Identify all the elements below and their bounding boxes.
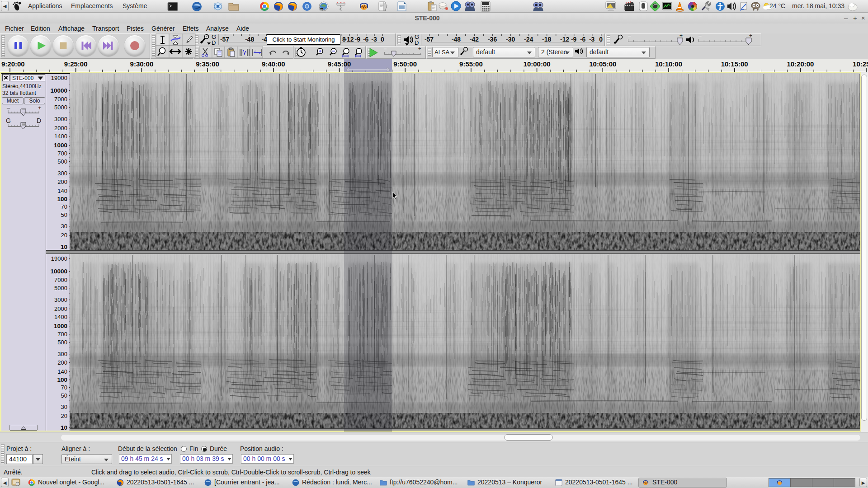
svg-text:9:45:00: 9:45:00: [328, 60, 351, 68]
svg-text:Pro: Pro: [320, 9, 324, 11]
svg-text:10000: 10000: [50, 268, 67, 275]
svg-text:10:00:00: 10:00:00: [524, 60, 551, 68]
svg-text:G: G: [6, 117, 11, 124]
svg-text:10:10:00: 10:10:00: [655, 60, 682, 68]
svg-text:0: 0: [381, 36, 384, 43]
svg-text:200: 200: [57, 359, 67, 366]
svg-text:-36: -36: [488, 36, 497, 43]
svg-text:70: 70: [61, 203, 67, 210]
svg-text:D: D: [212, 39, 216, 46]
svg-text:–: –: [384, 46, 387, 51]
svg-text:-57: -57: [425, 36, 434, 43]
svg-text:9:55:00: 9:55:00: [459, 60, 483, 68]
svg-text:70: 70: [61, 384, 67, 391]
svg-text:-30: -30: [506, 36, 515, 43]
svg-text:19000: 19000: [51, 255, 67, 262]
svg-text:D: D: [37, 117, 41, 124]
svg-text:1000: 1000: [54, 142, 67, 149]
svg-text:3000: 3000: [54, 116, 67, 122]
svg-text:–: –: [7, 105, 10, 111]
svg-text:+: +: [418, 46, 421, 51]
svg-text:7000: 7000: [54, 277, 67, 283]
svg-text:700: 700: [57, 150, 67, 157]
svg-text:500: 500: [57, 158, 67, 165]
svg-text:100: 100: [57, 376, 67, 383]
svg-text:140: 140: [57, 368, 67, 375]
svg-text:-6: -6: [363, 36, 369, 43]
svg-text:2000: 2000: [54, 125, 67, 131]
svg-text:-12: -12: [560, 36, 569, 43]
svg-text:1000: 1000: [54, 323, 67, 329]
svg-text:-3: -3: [589, 36, 595, 43]
svg-text:30: 30: [61, 404, 67, 410]
svg-text:-9: -9: [571, 36, 577, 43]
svg-text:140: 140: [57, 188, 67, 194]
svg-text:10:15:00: 10:15:00: [721, 60, 748, 68]
svg-text:10: 10: [61, 244, 67, 250]
svg-text:300: 300: [57, 170, 67, 177]
svg-text:-42: -42: [470, 36, 479, 43]
svg-text:50: 50: [61, 392, 67, 399]
svg-text:300: 300: [57, 351, 67, 357]
svg-text:19000: 19000: [51, 75, 67, 81]
svg-text:500: 500: [57, 339, 67, 346]
svg-text:10:05:00: 10:05:00: [589, 60, 616, 68]
svg-text:1400: 1400: [54, 314, 67, 320]
svg-text:9:35:00: 9:35:00: [196, 60, 219, 68]
svg-text:200: 200: [57, 178, 67, 185]
svg-text:20: 20: [61, 232, 67, 239]
svg-text:10: 10: [61, 424, 67, 431]
svg-text:700: 700: [57, 331, 67, 338]
svg-text:3000: 3000: [54, 296, 67, 303]
svg-text:5000: 5000: [54, 285, 67, 291]
svg-text:10000: 10000: [50, 87, 67, 94]
svg-text:-12: -12: [344, 36, 354, 43]
svg-text:-48: -48: [245, 36, 254, 43]
svg-text:7000: 7000: [54, 96, 67, 103]
svg-text:9:50:00: 9:50:00: [393, 60, 417, 68]
svg-text:D: D: [415, 39, 419, 46]
svg-text:-18: -18: [542, 36, 551, 43]
svg-text:-9: -9: [355, 36, 361, 43]
svg-text:–: –: [698, 33, 702, 39]
svg-text:30: 30: [61, 223, 67, 230]
svg-text:-57: -57: [220, 36, 229, 43]
svg-text:–: –: [628, 33, 631, 39]
svg-text:9:20:00: 9:20:00: [1, 60, 25, 68]
svg-text:0: 0: [599, 36, 603, 43]
svg-text:-24: -24: [524, 36, 533, 43]
svg-text:2000: 2000: [54, 305, 67, 312]
svg-text:9:25:00: 9:25:00: [64, 60, 88, 68]
svg-text:20: 20: [61, 413, 67, 419]
svg-text:10:20:00: 10:20:00: [787, 60, 814, 68]
svg-text:50: 50: [61, 211, 67, 218]
svg-text:9:40:00: 9:40:00: [262, 60, 285, 68]
svg-text:-6: -6: [580, 36, 586, 43]
svg-text:9:30:00: 9:30:00: [130, 60, 154, 68]
svg-text:-3: -3: [371, 36, 377, 43]
svg-text:+: +: [38, 105, 42, 111]
svg-text:5000: 5000: [54, 104, 67, 111]
svg-text:8: 8: [342, 36, 346, 43]
svg-text:1400: 1400: [54, 133, 67, 140]
svg-text:100: 100: [57, 196, 67, 202]
svg-text:10:25:00: 10:25:00: [853, 60, 868, 68]
svg-text:-48: -48: [452, 36, 461, 43]
